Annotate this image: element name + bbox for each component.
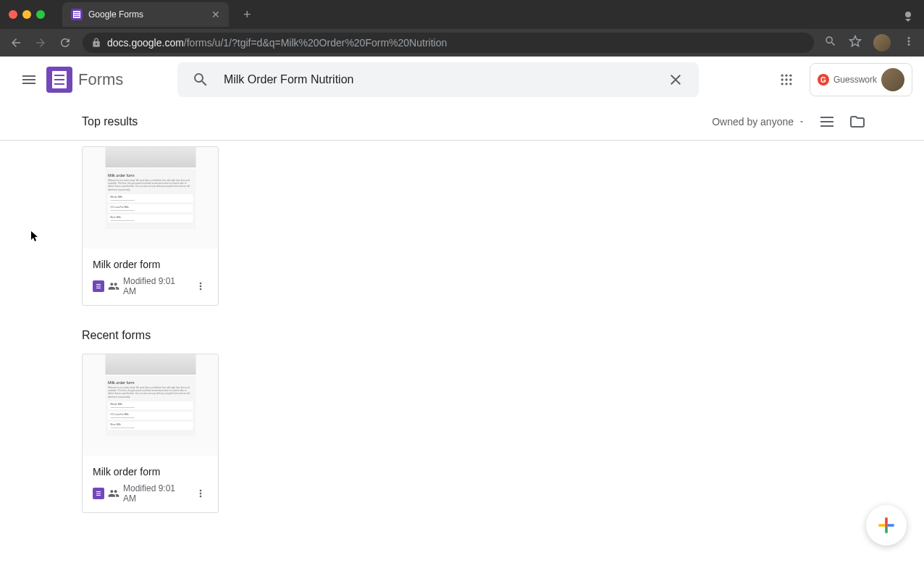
ownership-label: Owned by anyone xyxy=(712,116,794,128)
top-results-grid: Milk order form Welcome to our online sh… xyxy=(82,146,842,306)
svg-rect-22 xyxy=(96,493,101,494)
list-view-icon xyxy=(818,113,836,130)
forms-doc-icon xyxy=(93,488,104,499)
form-thumbnail: Milk order form Welcome to our online sh… xyxy=(83,354,218,456)
address-bar[interactable]: docs.google.com/forms/u/1/?tgif=d&q=Milk… xyxy=(83,33,814,53)
clear-search-button[interactable] xyxy=(661,65,690,94)
svg-rect-1 xyxy=(74,12,80,13)
chrome-profile-indicator[interactable] xyxy=(905,12,911,17)
organization-badge[interactable]: G Guesswork xyxy=(810,63,912,96)
forms-doc-icon xyxy=(93,280,104,292)
search-input[interactable] xyxy=(224,73,652,86)
org-badge-icon: G xyxy=(818,74,829,86)
shared-icon xyxy=(108,280,119,292)
list-view-button[interactable] xyxy=(818,113,836,130)
shared-icon xyxy=(108,488,119,499)
forms-logo[interactable]: Forms xyxy=(46,67,123,93)
svg-rect-27 xyxy=(878,524,885,527)
more-vert-icon xyxy=(195,488,206,499)
svg-point-11 xyxy=(785,83,787,85)
new-tab-button[interactable]: + xyxy=(243,7,251,22)
form-thumbnail: Milk order form Welcome to our online sh… xyxy=(83,147,218,249)
lock-icon xyxy=(91,38,101,48)
folder-icon xyxy=(849,113,866,130)
svg-rect-17 xyxy=(96,284,101,285)
browser-chrome: Google Forms ✕ + docs.google.com/forms/u… xyxy=(0,0,924,57)
browser-profile-avatar[interactable] xyxy=(873,34,891,51)
search-button[interactable] xyxy=(186,65,215,94)
org-badge-label: Guesswork xyxy=(833,75,877,85)
svg-rect-3 xyxy=(74,16,80,17)
form-card[interactable]: Milk order form Welcome to our online sh… xyxy=(82,146,219,306)
main-menu-button[interactable] xyxy=(12,62,46,97)
form-more-button[interactable] xyxy=(193,280,208,292)
chevron-down-icon xyxy=(798,118,805,125)
forward-button[interactable] xyxy=(33,36,48,49)
ownership-filter[interactable]: Owned by anyone xyxy=(712,116,805,128)
tab-close-button[interactable]: ✕ xyxy=(211,9,220,20)
tab-favicon xyxy=(71,9,83,20)
recent-forms-grid: Milk order form Welcome to our online sh… xyxy=(82,354,842,513)
svg-point-10 xyxy=(781,83,783,85)
svg-point-12 xyxy=(789,83,791,85)
form-modified-date: Modified 9:01 AM xyxy=(123,276,190,296)
search-bar xyxy=(177,62,699,97)
form-modified-date: Modified 9:01 AM xyxy=(123,483,190,504)
create-form-fab[interactable] xyxy=(866,505,907,546)
svg-point-8 xyxy=(785,78,787,80)
bookmark-icon[interactable] xyxy=(849,35,862,51)
svg-point-4 xyxy=(781,75,783,77)
svg-rect-21 xyxy=(96,491,101,492)
app-header: Forms G Guesswork xyxy=(0,57,924,103)
content-area: Milk order form Welcome to our online sh… xyxy=(0,141,924,563)
window-controls xyxy=(9,10,45,19)
svg-rect-15 xyxy=(820,125,823,127)
plus-icon xyxy=(875,514,898,537)
svg-rect-14 xyxy=(820,121,823,122)
browser-menu-icon[interactable] xyxy=(902,35,915,51)
svg-rect-28 xyxy=(885,524,888,527)
toolbar: Top results Owned by anyone xyxy=(0,103,924,141)
svg-point-7 xyxy=(781,78,783,80)
form-card[interactable]: Milk order form Welcome to our online sh… xyxy=(82,354,219,513)
forms-icon xyxy=(46,67,72,93)
app-name: Forms xyxy=(78,70,123,89)
search-icon xyxy=(192,71,209,88)
recent-forms-heading: Recent forms xyxy=(82,329,842,342)
form-card-footer: Milk order form Modified 9:01 AM xyxy=(83,249,218,305)
svg-point-6 xyxy=(789,75,791,77)
tab-bar: Google Forms ✕ + xyxy=(0,0,924,29)
form-title: Milk order form xyxy=(93,466,208,477)
maximize-window-button[interactable] xyxy=(36,10,45,19)
form-title: Milk order form xyxy=(93,259,208,270)
svg-point-5 xyxy=(785,75,787,77)
browser-tab[interactable]: Google Forms ✕ xyxy=(62,2,229,27)
google-apps-button[interactable] xyxy=(772,65,801,94)
close-window-button[interactable] xyxy=(9,10,17,19)
hamburger-icon xyxy=(20,71,38,88)
reload-button[interactable] xyxy=(58,36,72,49)
zoom-icon[interactable] xyxy=(824,35,837,51)
svg-rect-25 xyxy=(888,524,894,527)
more-vert-icon xyxy=(195,280,206,292)
apps-grid-icon xyxy=(779,72,794,87)
form-more-button[interactable] xyxy=(193,488,208,499)
account-avatar[interactable] xyxy=(881,68,904,91)
back-button[interactable] xyxy=(9,36,23,49)
minimize-window-button[interactable] xyxy=(22,10,31,19)
svg-rect-26 xyxy=(885,527,888,533)
url-text: docs.google.com/forms/u/1/?tgif=d&q=Milk… xyxy=(107,37,447,49)
svg-rect-24 xyxy=(885,517,888,524)
results-heading: Top results xyxy=(82,115,138,128)
close-icon xyxy=(667,71,684,88)
svg-point-9 xyxy=(789,78,791,80)
form-card-footer: Milk order form Modified 9:01 AM xyxy=(83,456,218,512)
svg-rect-2 xyxy=(74,14,80,15)
svg-rect-13 xyxy=(820,117,823,118)
svg-rect-19 xyxy=(96,288,101,288)
url-bar: docs.google.com/forms/u/1/?tgif=d&q=Milk… xyxy=(0,29,924,57)
tab-title: Google Forms xyxy=(88,9,143,20)
svg-rect-23 xyxy=(96,495,101,496)
folder-button[interactable] xyxy=(849,113,866,130)
svg-rect-18 xyxy=(96,286,101,287)
